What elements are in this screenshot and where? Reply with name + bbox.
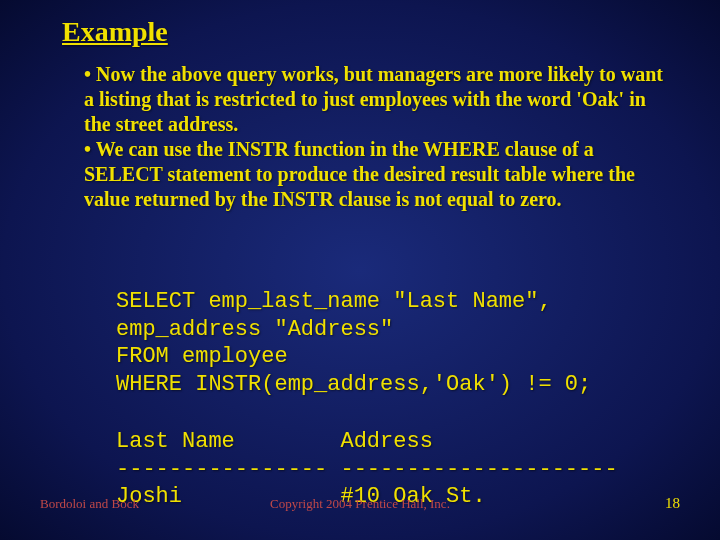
footer-copyright: Copyright 2004 Prentice Hall, Inc. bbox=[0, 496, 720, 512]
bullet-item: • Now the above query works, but manager… bbox=[84, 62, 664, 137]
slide-title: Example bbox=[62, 16, 168, 48]
bullet-item: • We can use the INSTR function in the W… bbox=[84, 137, 664, 212]
sql-code-block: SELECT emp_last_name "Last Name", emp_ad… bbox=[116, 288, 591, 398]
body-paragraph: • Now the above query works, but manager… bbox=[84, 62, 664, 212]
footer-page-number: 18 bbox=[665, 495, 680, 512]
